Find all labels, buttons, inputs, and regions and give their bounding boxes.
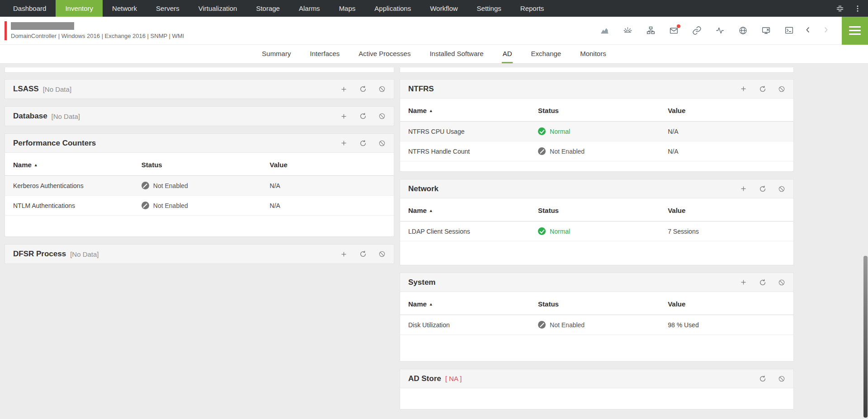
status-label: Not Enabled xyxy=(153,202,188,209)
panel-performance-counters: Performance Counters Name▲ Status Value xyxy=(5,133,394,237)
column-header-value[interactable]: Value xyxy=(660,99,793,122)
nav-item-applications[interactable]: Applications xyxy=(365,0,420,17)
disable-graph-icon[interactable] xyxy=(778,279,785,286)
nav-item-virtualization[interactable]: Virtualization xyxy=(189,0,247,17)
monitor-name: Disk Utilization xyxy=(400,315,530,335)
terminal-icon[interactable] xyxy=(784,26,794,35)
nav-item-settings[interactable]: Settings xyxy=(467,0,511,17)
nav-item-reports[interactable]: Reports xyxy=(511,0,554,17)
network-table: Name▲ Status Value LDAP Client Sessions … xyxy=(400,198,793,241)
add-icon[interactable] xyxy=(340,113,348,120)
add-icon[interactable] xyxy=(340,139,348,147)
disable-graph-icon[interactable] xyxy=(378,140,386,147)
tab-monitors[interactable]: Monitors xyxy=(579,45,607,63)
tab-ad[interactable]: AD xyxy=(502,45,513,63)
column-header-name[interactable]: Name▲ xyxy=(400,198,530,221)
tab-summary[interactable]: Summary xyxy=(261,45,292,63)
collapse-icon[interactable] xyxy=(835,4,844,13)
main-content: LSASS [No Data] Database [No Data] xyxy=(0,64,868,419)
panel-database: Database [No Data] xyxy=(5,106,394,126)
monitor-value: N/A xyxy=(262,176,394,196)
nav-item-dashboard[interactable]: Dashboard xyxy=(4,0,56,17)
table-row: NTFRS CPU Usage Normal N/A xyxy=(400,122,793,141)
add-icon[interactable] xyxy=(740,185,747,193)
refresh-icon[interactable] xyxy=(359,140,367,147)
tab-interfaces[interactable]: Interfaces xyxy=(309,45,340,63)
column-header-status[interactable]: Status xyxy=(530,292,660,315)
column-header-value[interactable]: Value xyxy=(660,198,793,221)
nav-item-alarms[interactable]: Alarms xyxy=(289,0,330,17)
tab-exchange[interactable]: Exchange xyxy=(530,45,562,63)
table-row: Kerberos Authentications Not Enabled N/A xyxy=(5,176,394,196)
column-header-status[interactable]: Status xyxy=(133,153,262,176)
sort-asc-icon: ▲ xyxy=(429,208,433,213)
left-column: LSASS [No Data] Database [No Data] xyxy=(5,67,394,271)
panel-lsass: LSASS [No Data] xyxy=(5,79,394,99)
disable-graph-icon[interactable] xyxy=(778,85,785,93)
monitor-name: NTFRS Handle Count xyxy=(400,141,530,161)
nav-item-network[interactable]: Network xyxy=(103,0,146,17)
kebab-menu-icon[interactable] xyxy=(854,5,862,13)
refresh-icon[interactable] xyxy=(359,250,367,258)
column-header-name[interactable]: Name▲ xyxy=(5,153,133,176)
nav-item-inventory[interactable]: Inventory xyxy=(56,0,103,17)
panel-title: Database xyxy=(13,112,47,121)
add-icon[interactable] xyxy=(340,85,348,93)
add-icon[interactable] xyxy=(740,85,747,93)
disable-graph-icon[interactable] xyxy=(378,250,386,258)
globe-icon[interactable] xyxy=(738,26,748,35)
refresh-icon[interactable] xyxy=(759,185,766,193)
workflow-icon[interactable] xyxy=(646,26,656,35)
column-header-name[interactable]: Name▲ xyxy=(400,99,530,122)
monitor-x-icon[interactable] xyxy=(761,26,771,35)
monitor-value: 98 % Used xyxy=(660,315,793,335)
column-header-value[interactable]: Value xyxy=(660,292,793,315)
scrolled-panel-remnant xyxy=(5,67,394,73)
tab-active-processes[interactable]: Active Processes xyxy=(358,45,411,63)
disable-graph-icon[interactable] xyxy=(778,185,785,193)
monitor-value: 7 Sessions xyxy=(660,221,793,241)
nav-item-storage[interactable]: Storage xyxy=(246,0,289,17)
menu-icon[interactable] xyxy=(842,17,868,45)
nav-item-workflow[interactable]: Workflow xyxy=(420,0,467,17)
system-table: Name▲ Status Value Disk Utilization Not … xyxy=(400,292,793,335)
add-icon[interactable] xyxy=(340,250,348,258)
panel-ad-store: AD Store [ NA ] xyxy=(400,369,794,410)
refresh-icon[interactable] xyxy=(759,279,766,286)
refresh-icon[interactable] xyxy=(759,85,766,93)
chevron-left-icon[interactable] xyxy=(804,26,812,36)
device-meta: DomainController | Windows 2016 | Exchan… xyxy=(11,33,184,39)
panel-title: System xyxy=(408,278,435,287)
panel-title: AD Store xyxy=(408,374,441,383)
table-row: NTFRS Handle Count Not Enabled N/A xyxy=(400,141,793,161)
nav-item-maps[interactable]: Maps xyxy=(330,0,365,17)
chevron-right-icon[interactable] xyxy=(822,26,830,36)
column-header-status[interactable]: Status xyxy=(530,99,660,122)
status-label: Not Enabled xyxy=(550,148,585,155)
alarm-icon[interactable] xyxy=(623,26,632,35)
add-icon[interactable] xyxy=(740,278,747,286)
disable-graph-icon[interactable] xyxy=(778,375,785,382)
disable-graph-icon[interactable] xyxy=(378,113,386,120)
vertical-scrollbar[interactable] xyxy=(863,256,868,418)
monitor-name: Kerberos Authentications xyxy=(5,176,133,196)
disable-graph-icon[interactable] xyxy=(378,85,386,93)
refresh-icon[interactable] xyxy=(359,85,367,93)
tab-installed-software[interactable]: Installed Software xyxy=(429,45,484,63)
severity-accent-bar xyxy=(5,21,7,40)
refresh-icon[interactable] xyxy=(359,113,367,120)
panel-system: System Name▲ Status Value xyxy=(400,273,794,362)
refresh-icon[interactable] xyxy=(759,375,766,382)
column-header-status[interactable]: Status xyxy=(530,198,660,221)
line-graph-icon[interactable] xyxy=(715,26,725,35)
column-header-value[interactable]: Value xyxy=(262,153,394,176)
performance-chart-icon[interactable] xyxy=(600,26,609,35)
top-navigation: Dashboard Inventory Network Servers Virt… xyxy=(0,0,868,17)
panel-title: DFSR Process xyxy=(13,250,66,259)
column-header-name[interactable]: Name▲ xyxy=(400,292,530,315)
email-icon[interactable] xyxy=(669,26,679,35)
link-icon[interactable] xyxy=(692,26,702,35)
nav-item-servers[interactable]: Servers xyxy=(146,0,189,17)
monitor-name: LDAP Client Sessions xyxy=(400,221,530,241)
status-not-enabled-icon xyxy=(142,202,149,209)
